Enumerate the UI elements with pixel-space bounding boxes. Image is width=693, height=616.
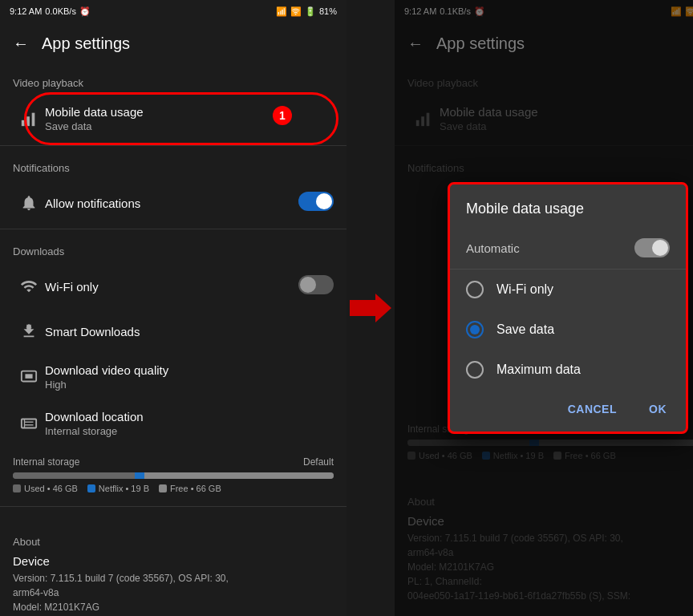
device-title: Device [13, 554, 334, 568]
wifi-only-radio-label: Wi-Fi only [496, 282, 553, 297]
toggle-off-indicator[interactable] [298, 275, 334, 294]
left-app-header: ← App settings [0, 22, 346, 64]
svg-rect-1 [26, 116, 30, 126]
dialog-actions: CANCEL OK [450, 390, 686, 432]
left-back-button[interactable]: ← [13, 34, 29, 53]
storage-section: Internal storage Default Used • 46 GB Ne… [0, 447, 346, 503]
automatic-label: Automatic [466, 241, 634, 255]
left-status-left: 9:12 AM 0.0KB/s ⏰ [10, 6, 91, 17]
left-settings-content: Video playback Mobile data usage Save da… [0, 64, 346, 616]
download-video-quality-subtitle: High [45, 379, 334, 391]
storage-label: Internal storage [13, 456, 79, 468]
legend-free: Free • 66 GB [159, 484, 221, 493]
wifi-only-radio-outer[interactable] [466, 281, 484, 298]
signal-icon: 📶 [276, 6, 287, 17]
divider-2 [0, 229, 346, 229]
wifi-only-radio-option[interactable]: Wi-Fi only [450, 270, 686, 310]
wifi-only-toggle[interactable] [298, 275, 334, 298]
allow-notifications-title: Allow notifications [45, 197, 292, 210]
chart-icon [13, 110, 45, 128]
mobile-data-usage-subtitle: Save data [45, 120, 334, 132]
save-data-radio-outer[interactable] [466, 321, 484, 338]
legend-netflix: Netflix • 19 B [87, 484, 149, 493]
save-data-radio-option[interactable]: Save data [450, 310, 686, 350]
quality-icon [13, 368, 45, 386]
allow-notifications-content: Allow notifications [45, 197, 292, 210]
download-video-quality-content: Download video quality High [45, 363, 334, 391]
svg-rect-5 [22, 419, 36, 428]
save-data-radio-inner [470, 325, 480, 334]
battery-icon: 🔋 [305, 6, 316, 17]
wifi-only-title: Wi-Fi only [45, 280, 292, 294]
mobile-data-usage-item[interactable]: Mobile data usage Save data [0, 95, 346, 142]
left-data-speed: 0.0KB/s [45, 6, 76, 16]
right-arrow-icon [350, 294, 391, 322]
storage-bar [13, 472, 334, 479]
legend-netflix-dot [87, 484, 95, 492]
left-battery: 81% [319, 6, 337, 16]
save-data-radio-label: Save data [496, 322, 554, 337]
left-status-right: 📶 🛜 🔋 81% [276, 6, 337, 17]
smart-downloads-item[interactable]: Smart Downloads [0, 309, 346, 354]
allow-notifications-item[interactable]: Allow notifications [0, 180, 346, 225]
legend-free-label: Free • 66 GB [170, 484, 221, 493]
maximum-data-radio-outer[interactable] [466, 361, 484, 379]
alarm-icon: ⏰ [79, 6, 91, 17]
dialog-title: Mobile data usage [450, 201, 686, 227]
storage-default-label: Default [303, 456, 334, 468]
legend-used-dot [13, 484, 21, 492]
mobile-data-usage-title: Mobile data usage [45, 105, 334, 119]
bell-icon [13, 194, 45, 212]
device-details: Version: 7.115.1 build 7 (code 35567), O… [13, 571, 334, 616]
divider-3 [0, 506, 346, 507]
about-header: About [13, 523, 334, 554]
download-location-content: Download location Internal storage [45, 410, 334, 437]
cancel-button[interactable]: CANCEL [558, 396, 626, 422]
left-phone-panel: 9:12 AM 0.0KB/s ⏰ 📶 🛜 🔋 81% ← App settin… [0, 0, 346, 616]
download-video-quality-item[interactable]: Download video quality High [0, 354, 346, 400]
left-app-title: App settings [42, 34, 130, 53]
wifi-only-content: Wi-Fi only [45, 280, 292, 294]
automatic-toggle[interactable] [634, 238, 670, 257]
storage-netflix-segment [135, 472, 144, 479]
svg-rect-0 [22, 120, 25, 126]
download-location-subtitle: Internal storage [45, 425, 334, 437]
video-playback-header: Video playback [0, 64, 346, 95]
storage-legend: Used • 46 GB Netflix • 19 B Free • 66 GB [13, 484, 334, 493]
wifi-status-icon: 🛜 [290, 6, 302, 17]
smart-downloads-content: Smart Downloads [45, 325, 334, 338]
about-section: About Device Version: 7.115.1 build 7 (c… [0, 510, 346, 616]
mobile-data-dialog: Mobile data usage Automatic Wi-Fi only S… [448, 182, 688, 434]
download-video-quality-title: Download video quality [45, 363, 334, 377]
allow-notifications-toggle[interactable] [298, 192, 334, 214]
dialog-overlay: 2 Mobile data usage Automatic Wi-Fi only… [395, 0, 693, 616]
maximum-data-radio-option[interactable]: Maximum data [450, 350, 686, 390]
arrow-panel [346, 0, 395, 616]
left-time: 9:12 AM [10, 6, 42, 16]
smart-downloads-title: Smart Downloads [45, 325, 334, 338]
storage-used-segment [13, 472, 135, 479]
download-location-item[interactable]: Download location Internal storage [0, 400, 346, 447]
toggle-on-indicator[interactable] [298, 192, 334, 211]
mobile-data-usage-content: Mobile data usage Save data [45, 105, 334, 132]
svg-rect-4 [25, 374, 32, 379]
svg-rect-2 [32, 113, 35, 127]
download-location-title: Download location [45, 410, 334, 424]
legend-used: Used • 46 GB [13, 484, 78, 493]
wifi-only-item[interactable]: Wi-Fi only [0, 264, 346, 309]
storage-label-row: Internal storage Default [13, 456, 334, 468]
storage-free-segment [144, 472, 334, 479]
legend-free-dot [159, 484, 167, 492]
right-phone-panel: 9:12 AM 0.1KB/s ⏰ 📶 🛜 🔋 81% ← App settin… [395, 0, 693, 616]
automatic-row[interactable]: Automatic [450, 227, 686, 270]
svg-marker-9 [350, 294, 391, 322]
wifi-icon [13, 278, 45, 295]
downloads-header: Downloads [0, 233, 346, 264]
legend-used-label: Used • 46 GB [24, 484, 78, 493]
left-status-bar: 9:12 AM 0.0KB/s ⏰ 📶 🛜 🔋 81% [0, 0, 346, 22]
notifications-header: Notifications [0, 149, 346, 180]
smart-download-icon [13, 322, 45, 340]
ok-button[interactable]: OK [639, 396, 676, 422]
divider-1 [0, 145, 346, 146]
maximum-data-radio-label: Maximum data [496, 363, 581, 377]
